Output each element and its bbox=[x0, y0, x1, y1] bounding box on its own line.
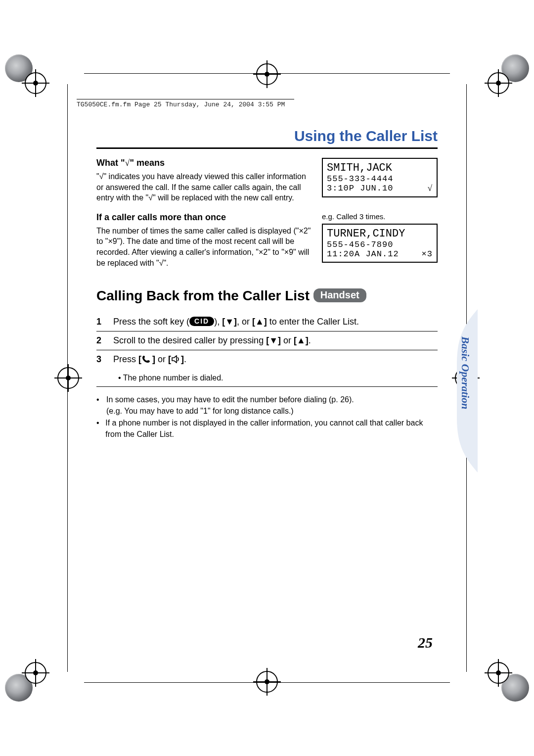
lcd1-number: 555-333-4444 bbox=[327, 174, 433, 184]
side-tab-label: Basic Operation bbox=[459, 336, 472, 409]
talk-icon bbox=[141, 355, 152, 363]
crop-mark-bl bbox=[5, 657, 49, 702]
lcd2-eg: e.g. Called 3 times. bbox=[322, 212, 438, 221]
handset-pill: Handset bbox=[313, 288, 366, 302]
title-rule bbox=[96, 147, 438, 149]
step-3: 3 Press [] or []. • The phone number is … bbox=[96, 350, 438, 387]
crop-line bbox=[84, 73, 450, 74]
note-2: • If a phone number is not displayed in … bbox=[96, 417, 438, 440]
lcd2-time: 11:20A JAN.12×3 bbox=[327, 249, 433, 259]
steps-list: 1 Press the soft key (CID), [▼], or [▲] … bbox=[96, 313, 438, 387]
check-body: "√" indicates you have already viewed th… bbox=[96, 171, 311, 203]
multi-body: The number of times the same caller call… bbox=[96, 226, 311, 268]
crop-mark-bottom bbox=[256, 671, 278, 693]
lcd-sample-1: SMITH,JACK 555-333-4444 3:10P JUN.10√ bbox=[322, 158, 438, 197]
crop-mark-tr bbox=[485, 54, 529, 99]
crop-mark-top bbox=[256, 63, 278, 85]
lcd-sample-2: TURNER,CINDY 555-456-7890 11:20A JAN.12×… bbox=[322, 224, 438, 263]
crop-mark-left bbox=[57, 367, 79, 389]
crop-line bbox=[67, 84, 68, 672]
step-2: 2 Scroll to the desired caller by pressi… bbox=[96, 331, 438, 350]
crop-mark-tl bbox=[5, 54, 49, 99]
lcd2-number: 555-456-7890 bbox=[327, 240, 433, 249]
page-title: Using the Caller List bbox=[96, 128, 438, 144]
check-heading: What "√" means bbox=[96, 158, 311, 168]
page-content: Using the Caller List What "√" means "√"… bbox=[96, 99, 438, 657]
callback-heading: Calling Back from the Caller List Handse… bbox=[96, 288, 438, 304]
crop-line bbox=[84, 682, 450, 683]
step-3-sub: • The phone number is dialed. bbox=[118, 374, 438, 382]
crop-mark-br bbox=[485, 657, 529, 702]
lcd1-name: SMITH,JACK bbox=[327, 162, 433, 174]
page-number: 25 bbox=[418, 634, 433, 651]
note-1: • In some cases, you may have to edit th… bbox=[96, 394, 438, 417]
lcd1-time: 3:10P JUN.10√ bbox=[327, 184, 433, 193]
lcd2-name: TURNER,CINDY bbox=[327, 228, 433, 240]
notes: • In some cases, you may have to edit th… bbox=[96, 394, 438, 440]
cid-softkey-icon: CID bbox=[189, 317, 214, 326]
speakerphone-icon bbox=[171, 355, 181, 363]
multi-heading: If a caller calls more than once bbox=[96, 212, 311, 223]
step-1: 1 Press the soft key (CID), [▼], or [▲] … bbox=[96, 313, 438, 331]
